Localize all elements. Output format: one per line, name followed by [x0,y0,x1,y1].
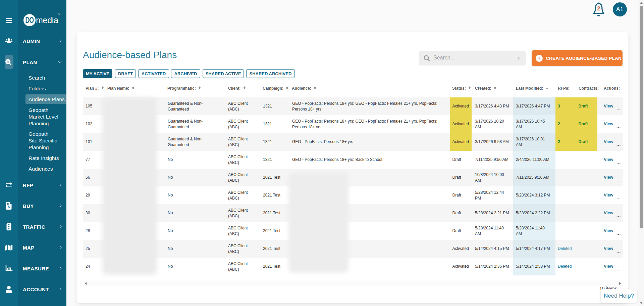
svg-text:$: $ [8,205,10,209]
